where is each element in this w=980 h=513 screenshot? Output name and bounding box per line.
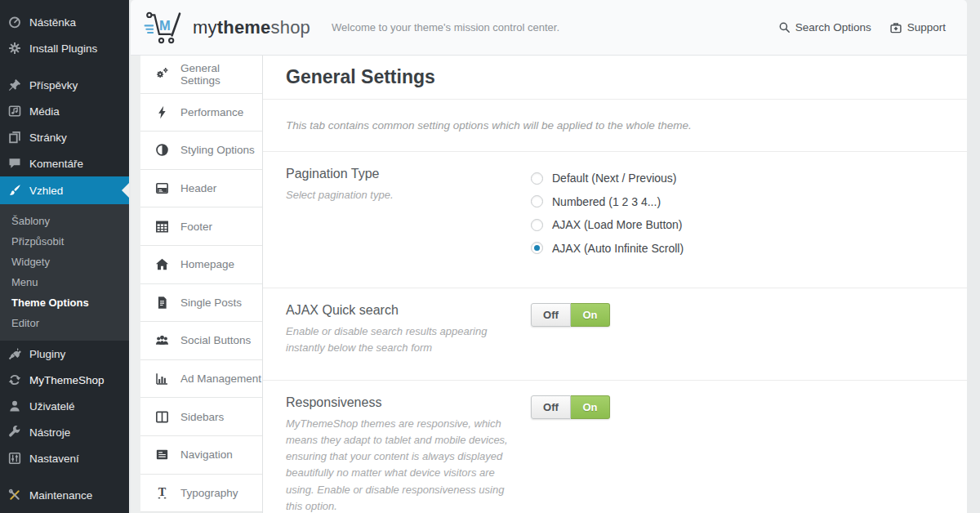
settings-panel: General Settings This tab contains commo… — [263, 56, 967, 513]
support-button[interactable]: Support — [889, 21, 946, 34]
setting-label: Pagination Type — [286, 167, 531, 181]
support-kit-icon — [889, 21, 902, 34]
toggle-off-button[interactable]: Off — [531, 303, 571, 327]
sidebar-item-dashboard[interactable]: Nástěnka — [0, 9, 129, 35]
setting-pagination-type: Pagination Type Select pagination type. … — [263, 152, 967, 288]
topbar-actions: Search Options Support — [778, 21, 946, 34]
media-icon — [7, 104, 22, 118]
page-title: General Settings — [286, 66, 435, 88]
document-icon — [154, 295, 170, 310]
radio-option-ajax-infinite-scroll[interactable]: AJAX (Auto Infinite Scroll) — [531, 237, 944, 261]
gear-icon — [7, 41, 22, 56]
tab-typography[interactable]: T Typography — [140, 475, 262, 513]
sidebar-item-label: Nástroje — [29, 426, 70, 439]
setting-hint: MyThemeShop themes are responsive, which… — [286, 416, 508, 513]
sidebar-item-posts[interactable]: Příspěvky — [0, 72, 129, 98]
grid-icon — [154, 219, 170, 234]
svg-text:M: M — [159, 17, 171, 32]
radio-option-numbered[interactable]: Numbered (1 2 3 4...) — [531, 190, 944, 214]
gears-icon — [154, 66, 170, 82]
sidebar-item-install-plugins[interactable]: Install Plugins — [0, 35, 129, 61]
radio-icon — [531, 172, 543, 185]
tab-ad-management[interactable]: Ad Management — [140, 360, 262, 399]
theme-panel-topbar: M mythemeshop Welcome to your theme's mi… — [131, 0, 967, 56]
submenu-item-editor[interactable]: Editor — [0, 313, 129, 333]
home-icon — [154, 256, 170, 272]
quick-search-toggle: Off On — [531, 303, 610, 327]
sidebar-item-maintenance[interactable]: Maintenance — [0, 482, 129, 508]
tab-social-buttons[interactable]: Social Buttons — [140, 322, 262, 360]
dashboard-icon — [7, 15, 22, 29]
radio-icon-selected — [531, 242, 543, 254]
logo-wordmark: mythemeshop — [193, 17, 310, 38]
toggle-on-button-active[interactable]: On — [571, 395, 610, 419]
tab-homepage[interactable]: Homepage — [140, 246, 262, 284]
comments-icon — [7, 156, 22, 171]
sidebar-item-settings[interactable]: Nastavení — [0, 445, 129, 471]
submenu-item-themes[interactable]: Šablony — [0, 211, 129, 231]
sidebar-item-label: Nástěnka — [29, 16, 76, 29]
sidebar-item-comments[interactable]: Komentáře — [0, 150, 129, 176]
appearance-submenu: Šablony Přizpůsobit Widgety Menu Theme O… — [0, 204, 129, 341]
tab-navigation[interactable]: Navigation — [140, 436, 262, 475]
toggle-off-button[interactable]: Off — [531, 395, 571, 419]
cart-logo-icon: M — [143, 10, 185, 46]
tab-sidebars[interactable]: Sidebars — [140, 398, 262, 436]
pages-icon — [7, 130, 22, 145]
radio-icon — [531, 219, 543, 231]
refresh-circle-icon — [7, 372, 22, 387]
appearance-brush-icon — [7, 183, 22, 198]
lightning-icon — [154, 105, 170, 120]
sidebar-item-label: Uživatelé — [29, 400, 75, 413]
radio-option-ajax-load-more[interactable]: AJAX (Load More Button) — [531, 213, 944, 237]
typography-icon: T — [154, 485, 170, 501]
setting-label: AJAX Quick search — [286, 303, 531, 318]
sidebar-item-users[interactable]: Uživatelé — [0, 393, 129, 419]
submenu-item-customize[interactable]: Přizpůsobit — [0, 231, 129, 252]
welcome-text: Welcome to your theme's mission control … — [332, 21, 559, 33]
tab-single-posts[interactable]: Single Posts — [140, 284, 262, 323]
search-options-button[interactable]: Search Options — [778, 21, 871, 33]
sidebar-item-media[interactable]: Média — [0, 98, 129, 124]
submenu-item-widgets[interactable]: Widgety — [0, 252, 129, 272]
sidebar-item-label: Nastavení — [29, 453, 79, 465]
menu-list-icon — [154, 447, 170, 462]
theme-options-nav: General Settings Performance Styling Opt… — [131, 56, 263, 513]
crossed-tools-icon — [7, 488, 22, 502]
sidebar-item-mythemeshop[interactable]: MyThemeShop — [0, 367, 129, 393]
sidebar-item-label: Vzhled — [29, 185, 63, 197]
radio-option-default[interactable]: Default (Next / Previous) — [531, 167, 944, 190]
sidebar-item-label: Maintenance — [29, 489, 92, 502]
sidebar-item-label: Pluginy — [29, 348, 65, 360]
user-icon — [7, 399, 22, 413]
sidebar-item-label: MyThemeShop — [29, 374, 105, 386]
setting-hint: Select pagination type. — [286, 187, 508, 203]
wrench-icon — [7, 425, 22, 439]
setting-responsiveness: Responsiveness MyThemeShop themes are re… — [263, 381, 967, 513]
plugin-icon — [7, 346, 22, 361]
bar-chart-icon — [154, 371, 170, 386]
toggle-on-button-active[interactable]: On — [571, 303, 610, 327]
sidebar-item-label: Stránky — [29, 132, 67, 144]
tab-description: This tab contains common setting options… — [263, 100, 967, 152]
submenu-item-theme-options[interactable]: Theme Options — [0, 292, 129, 313]
settings-sliders-icon — [7, 451, 22, 466]
sidebar-item-plugins[interactable]: Pluginy — [0, 341, 129, 367]
responsiveness-toggle: Off On — [531, 395, 610, 419]
tab-styling-options[interactable]: Styling Options — [140, 132, 262, 170]
sidebar-item-tools[interactable]: Nástroje — [0, 419, 129, 445]
people-icon — [154, 332, 170, 348]
svg-text:T: T — [158, 485, 167, 498]
tab-performance[interactable]: Performance — [140, 94, 262, 132]
tab-header[interactable]: Header — [140, 170, 262, 208]
radio-icon — [531, 195, 543, 207]
sidebar-item-label: Příspěvky — [29, 79, 78, 91]
sidebar-item-pages[interactable]: Stránky — [0, 124, 129, 150]
tab-footer[interactable]: Footer — [140, 207, 262, 246]
tab-general-settings[interactable]: General Settings — [140, 56, 262, 94]
sidebar-item-appearance[interactable]: Vzhled — [0, 176, 129, 204]
setting-hint: Enable or disable search results appeari… — [286, 323, 508, 356]
contrast-icon — [154, 142, 170, 158]
setting-label: Responsiveness — [286, 395, 531, 410]
submenu-item-menu[interactable]: Menu — [0, 272, 129, 292]
